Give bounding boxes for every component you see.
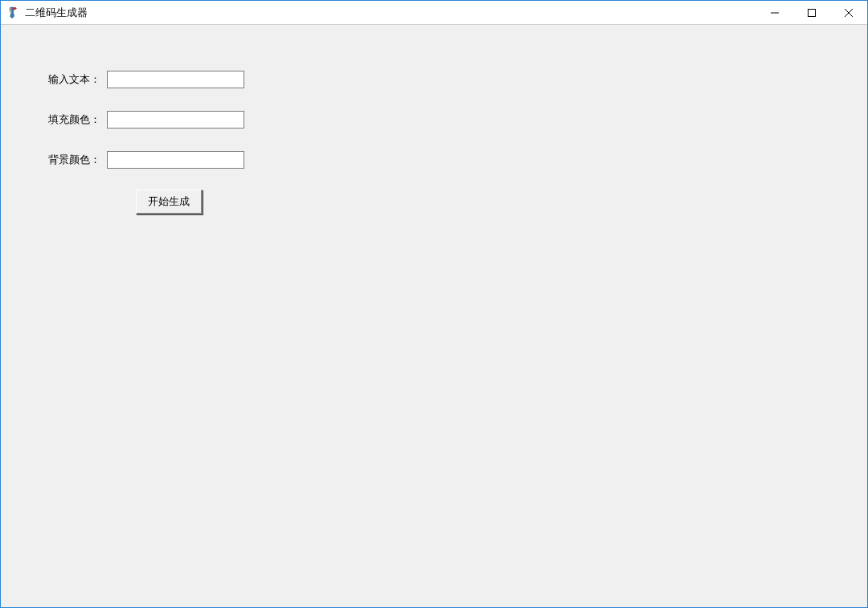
label-bg-color: 背景颜色： (48, 153, 100, 167)
window-title: 二维码生成器 (25, 6, 756, 20)
close-button[interactable] (830, 1, 867, 24)
fill-color-field[interactable] (107, 111, 244, 129)
row-input-text: 输入文本： (48, 71, 244, 88)
titlebar: 二维码生成器 (1, 1, 867, 25)
svg-rect-2 (809, 9, 816, 16)
input-text-field[interactable] (107, 71, 244, 88)
label-fill-color: 填充颜色： (48, 112, 100, 127)
minimize-button[interactable] (756, 1, 793, 24)
minimize-icon (771, 9, 779, 17)
row-bg-color: 背景颜色： (48, 151, 244, 169)
label-input-text: 输入文本： (48, 72, 100, 87)
window-controls (756, 1, 867, 24)
close-icon (845, 9, 853, 17)
row-fill-color: 填充颜色： (48, 111, 244, 129)
generate-button[interactable]: 开始生成 (136, 190, 203, 214)
app-icon (7, 6, 20, 19)
client-area: 输入文本： 填充颜色： 背景颜色： 开始生成 (1, 25, 867, 607)
bg-color-field[interactable] (107, 151, 244, 169)
maximize-button[interactable] (793, 1, 830, 24)
maximize-icon (808, 9, 816, 17)
svg-point-0 (13, 7, 17, 9)
app-window: 二维码生成器 输入文本： (0, 0, 868, 608)
